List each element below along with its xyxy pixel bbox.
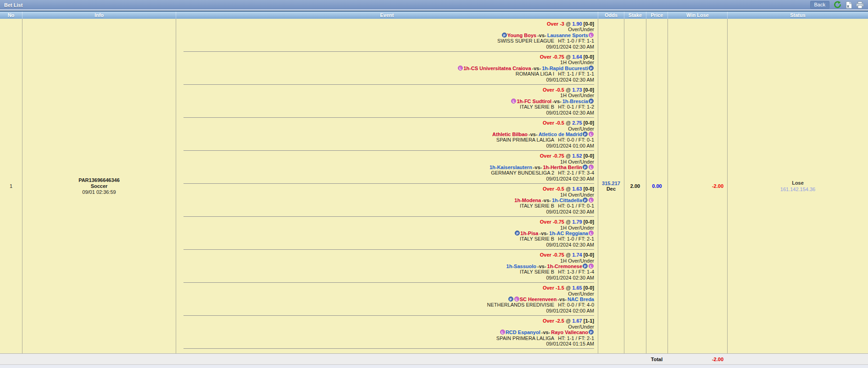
leg-at-symbol: @ (566, 54, 571, 60)
away-team-name: 1h-Brescia (562, 99, 588, 104)
column-header-win-lose: Win Lose (668, 11, 727, 19)
leg-selection-line: Over -0.75 @ 1.79 [0-0] (176, 219, 594, 225)
leg-selection-line: Over -0.75 @ 1.52 [0-0] (176, 153, 594, 159)
leg-league: SWISS SUPER LEAGUE (497, 38, 554, 44)
leg-selection-line: Over -0.5 @ 2.75 [0-0] (176, 120, 594, 126)
away-team-icons: F (588, 99, 594, 104)
bet-sport: Soccer (91, 183, 108, 189)
leg-selection: Over -1.5 (543, 285, 564, 291)
vs-label: -vs- (537, 33, 546, 38)
home-team-name: Young Boys (507, 33, 536, 38)
leg-ht-ft-score: HT: 0-0 / FT: 4-0 (558, 302, 594, 308)
first-goal-icon: F (589, 99, 594, 104)
leg-league-score-line: ITALY SERIE BHT: 1-3 / FT: 1-4 (176, 269, 594, 275)
home-team-name: 1h-Kaiserslautern (490, 165, 532, 170)
leg-at-symbol: @ (566, 186, 571, 192)
leg-datetime: 09/01/2024 01:15 AM (176, 341, 594, 346)
first-goal-icon: F (583, 132, 588, 137)
leg-selection: Over -0.5 (543, 186, 564, 192)
leg-match-line: LRCD Espanyol-vs-Rayo VallecanoF (176, 330, 594, 335)
leg-selection: Over -2.5 (543, 318, 564, 324)
away-team-name: 1h-Cittadella (552, 198, 582, 203)
leg-at-symbol: @ (566, 21, 571, 27)
bet-leg: Over -0.5 @ 1.63 [0-0] 1H Over/Under 1h-… (176, 184, 598, 216)
vs-label: -vs- (532, 66, 541, 71)
leg-league-score-line: ITALY SERIE BHT: 0-1 / FT: 1-2 (176, 104, 594, 110)
leg-market: 1H Over/Under (176, 60, 594, 65)
vs-label: -vs- (557, 297, 567, 302)
table-footer-row: Total -2.00 (0, 353, 868, 365)
leg-league: ITALY SERIE B (520, 236, 554, 242)
away-team-icons: L (588, 231, 594, 236)
home-team-icons: L (457, 66, 463, 71)
first-goal-icon: F (583, 198, 588, 203)
bet-leg: Over -0.75 @ 1.64 [0-0] 1H Over/Under L1… (176, 52, 598, 84)
leg-score-at-bet: [0-0] (584, 54, 594, 60)
event-cell: Over -3 @ 1.90 [0-0] Over/Under FYoung B… (176, 19, 598, 353)
bet-leg: Over -1.5 @ 1.65 [0-0] Over/Under FLSC H… (176, 283, 598, 315)
leg-odds: 1.52 (572, 153, 582, 159)
bet-stake: 2.00 (624, 19, 646, 353)
leg-at-symbol: @ (566, 87, 571, 93)
last-goal-icon: L (589, 264, 594, 269)
back-button[interactable]: Back (810, 1, 829, 9)
leg-score-at-bet: [0-0] (584, 285, 594, 291)
leg-market: 1H Over/Under (176, 258, 594, 264)
bet-leg: Over -0.75 @ 1.52 [0-0] 1H Over/Under 1h… (176, 151, 598, 183)
print-icon[interactable] (856, 1, 864, 9)
leg-at-symbol: @ (566, 153, 571, 159)
away-team-name: 1h-Rapid Bucuresti (542, 66, 588, 71)
leg-datetime: 09/01/2024 02:30 AM (176, 44, 594, 49)
leg-ht-ft-score: HT: 0-0 / FT: 0-1 (558, 137, 594, 143)
home-team-name: 1h-CS Universitatea Craiova (463, 66, 531, 71)
excel-export-icon[interactable] (846, 1, 852, 9)
refresh-icon[interactable] (834, 1, 841, 9)
total-label: Total (646, 354, 668, 364)
leg-selection: Over -0.5 (543, 120, 564, 126)
last-goal-icon: L (511, 99, 516, 104)
leg-datetime: 09/01/2024 02:30 AM (176, 242, 594, 247)
leg-ht-ft-score: HT: 0-1 / FT: 0-1 (558, 203, 594, 209)
vs-label: -vs- (533, 165, 542, 170)
bet-ip-address: 161.142.154.36 (780, 186, 815, 192)
leg-league: SPAIN PRIMERA LALIGA (496, 137, 554, 143)
leg-league-score-line: SPAIN PRIMERA LALIGAHT: 0-0 / FT: 0-1 (176, 137, 594, 143)
leg-odds: 1.73 (572, 87, 582, 93)
leg-market: 1H Over/Under (176, 225, 594, 231)
leg-league: ITALY SERIE B (520, 203, 554, 209)
leg-datetime: 09/01/2024 02:00 AM (176, 308, 594, 313)
bet-leg: Over -0.75 @ 1.74 [0-0] 1H Over/Under 1h… (176, 250, 598, 282)
leg-score-at-bet: [0-0] (584, 219, 594, 225)
leg-selection: Over -0.75 (540, 54, 564, 60)
leg-selection: Over -0.75 (540, 219, 564, 225)
leg-datetime: 09/01/2024 02:30 AM (176, 209, 594, 214)
leg-league-score-line: NETHERLANDS EREDIVISIEHT: 0-0 / FT: 4-0 (176, 302, 594, 308)
home-team-name: Athletic Bilbao (492, 132, 528, 137)
leg-odds: 2.75 (572, 120, 582, 126)
first-goal-icon: F (589, 330, 594, 335)
away-team-name: Lausanne Sports (547, 33, 588, 38)
bet-price: 0.00 (646, 19, 668, 353)
leg-market: 1H Over/Under (176, 159, 594, 165)
bet-number: 1 (0, 19, 22, 353)
vs-label: -vs- (539, 231, 548, 236)
leg-match-line: 1h-Modena-vs-1h-CittadellaFL (176, 198, 594, 203)
leg-match-line: L1h-CS Universitatea Craiova-vs-1h-Rapid… (176, 66, 594, 71)
last-goal-icon: L (514, 297, 519, 302)
leg-match-line: 1h-Kaiserslautern-vs-1h-Hertha BerlinFL (176, 165, 594, 170)
bet-status-cell: Lose 161.142.154.36 (727, 19, 868, 353)
leg-ht-ft-score: HT: 0-1 / FT: 1-2 (558, 104, 594, 110)
home-team-name: 1h-Modena (514, 198, 541, 203)
leg-selection: Over -0.5 (543, 87, 564, 93)
leg-ht-ft-score: HT: 1-0 / FT: 2-1 (558, 236, 594, 242)
last-goal-icon: L (589, 198, 594, 203)
leg-selection: Over -3 (547, 21, 564, 27)
home-team-icons: L (500, 330, 506, 335)
away-team-name: Atletico de Madrid (539, 132, 582, 137)
first-goal-icon: F (508, 297, 513, 302)
leg-ht-ft-score: HT: 1-1 / FT: 1-1 (558, 71, 594, 77)
column-header-odds: Odds (598, 11, 624, 19)
leg-selection: Over -0.75 (540, 153, 564, 159)
table-header-row: No Info Event Odds Stake Price Win Lose … (0, 11, 868, 19)
column-header-event: Event (176, 11, 598, 19)
